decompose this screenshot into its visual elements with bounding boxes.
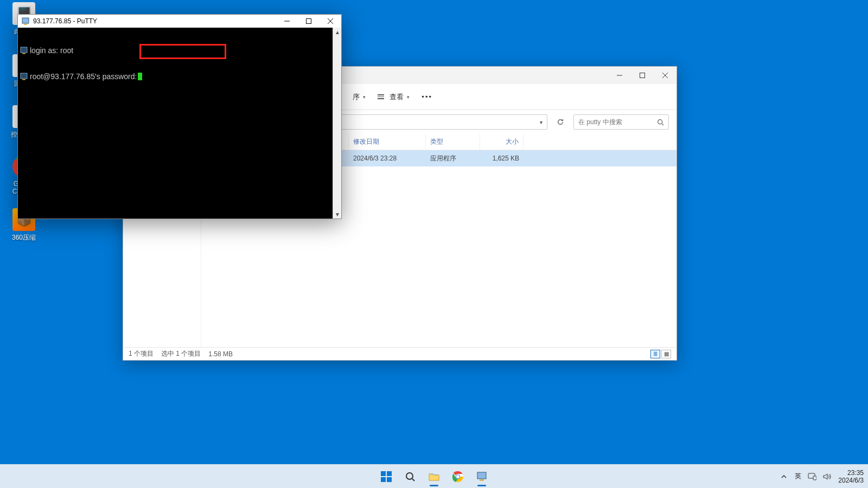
svg-rect-3	[24, 24, 27, 25]
putty-titlebar[interactable]: 93.177.76.85 - PuTTY	[18, 15, 341, 28]
scrollbar[interactable]: ▲ ▼	[333, 28, 341, 219]
sort-label: 序	[353, 92, 360, 102]
file-type: 应用程序	[426, 154, 480, 163]
clock-date: 2024/6/3	[838, 477, 864, 484]
col-size[interactable]: 大小	[480, 134, 524, 150]
status-bar: 1 个项目 选中 1 个项目 1.58 MB ≣ ▦	[123, 347, 676, 360]
taskbar-putty[interactable]	[471, 466, 493, 487]
volume-icon[interactable]	[823, 472, 832, 481]
svg-rect-17	[477, 472, 486, 479]
terminal-cursor	[138, 73, 142, 80]
network-icon[interactable]	[808, 472, 816, 481]
taskbar-chrome[interactable]	[447, 466, 469, 487]
svg-rect-6	[22, 53, 25, 54]
putty-window: 93.177.76.85 - PuTTY login as: root root…	[17, 14, 342, 219]
desktop-icon-label: 360压缩	[3, 233, 45, 242]
scroll-up-button[interactable]: ▲	[333, 28, 342, 36]
svg-point-1	[658, 119, 662, 124]
search-icon	[657, 119, 664, 126]
svg-rect-8	[22, 79, 25, 80]
close-button[interactable]	[320, 15, 341, 28]
status-selected: 选中 1 个项目	[161, 349, 201, 358]
minimize-button[interactable]	[608, 67, 631, 84]
terminal-line: login as: root	[30, 46, 73, 55]
taskbar-center	[375, 465, 493, 488]
details-view-button[interactable]: ≣	[650, 350, 660, 358]
svg-rect-2	[22, 18, 29, 23]
clock-time: 23:35	[838, 469, 864, 477]
ime-indicator[interactable]: 英	[795, 472, 801, 481]
start-button[interactable]	[375, 466, 397, 487]
chevron-down-icon: ▾	[407, 94, 410, 100]
taskbar-search[interactable]	[399, 466, 421, 487]
col-date[interactable]: 修改日期	[349, 134, 426, 150]
svg-rect-0	[640, 73, 645, 78]
col-type[interactable]: 类型	[426, 134, 480, 150]
terminal-line: root@93.177.76.85's password:	[30, 72, 137, 81]
putty-prompt-icon	[20, 73, 28, 80]
svg-rect-20	[813, 476, 816, 480]
putty-icon	[21, 17, 30, 25]
view-dropdown[interactable]: 查看 ▾	[373, 90, 414, 104]
putty-title-text: 93.177.76.85 - PuTTY	[33, 17, 97, 25]
list-icon	[378, 94, 384, 99]
system-tray: 英 23:35 2024/6/3	[780, 465, 864, 488]
close-button[interactable]	[654, 67, 676, 84]
putty-prompt-icon	[20, 47, 28, 54]
svg-rect-9	[381, 471, 386, 476]
svg-point-16	[456, 475, 459, 478]
sort-dropdown[interactable]: 序 ▾	[348, 90, 370, 104]
file-size: 1,625 KB	[480, 155, 524, 162]
svg-rect-7	[21, 73, 27, 79]
search-placeholder: 在 putty 中搜索	[578, 118, 622, 127]
svg-point-13	[406, 473, 413, 479]
taskbar: 英 23:35 2024/6/3	[0, 464, 868, 488]
view-label: 查看	[390, 92, 404, 102]
tray-overflow-button[interactable]	[780, 472, 788, 481]
svg-rect-12	[387, 477, 392, 482]
refresh-button[interactable]	[553, 114, 568, 130]
thumbnails-view-button[interactable]: ▦	[661, 350, 671, 358]
chevron-down-icon: ▾	[363, 94, 366, 100]
status-size: 1.58 MB	[208, 350, 233, 358]
taskbar-file-explorer[interactable]	[423, 466, 445, 487]
terminal[interactable]: login as: root root@93.177.76.85's passw…	[18, 28, 333, 219]
file-date: 2024/6/3 23:28	[349, 155, 426, 162]
chevron-down-icon: ▾	[540, 119, 542, 125]
status-count: 1 个项目	[129, 349, 154, 358]
taskbar-clock[interactable]: 23:35 2024/6/3	[838, 469, 864, 484]
minimize-button[interactable]	[276, 15, 298, 28]
more-button[interactable]: •••	[417, 91, 437, 103]
maximize-button[interactable]	[298, 15, 320, 28]
maximize-button[interactable]	[631, 67, 654, 84]
svg-rect-4	[307, 19, 311, 24]
svg-rect-11	[381, 477, 386, 482]
scroll-down-button[interactable]: ▼	[333, 210, 342, 219]
svg-rect-10	[387, 471, 392, 476]
search-input[interactable]: 在 putty 中搜索	[573, 114, 669, 130]
svg-rect-18	[480, 479, 484, 481]
svg-rect-5	[21, 47, 27, 53]
